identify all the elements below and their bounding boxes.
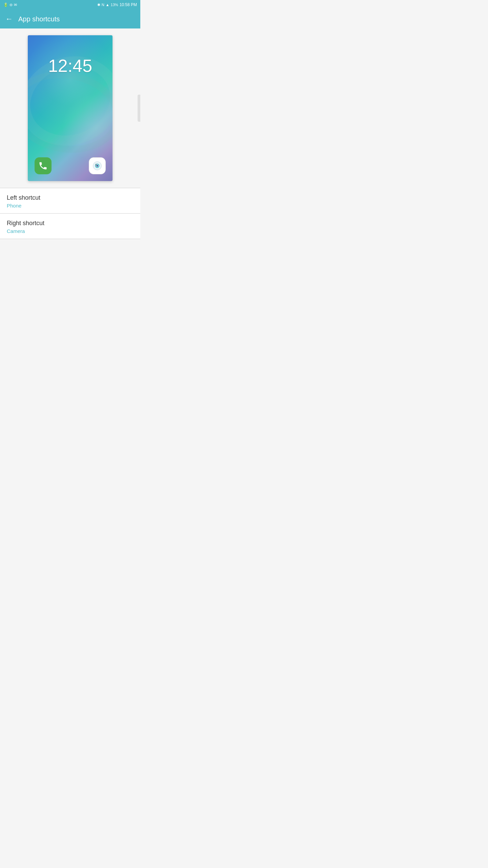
camera-icon [92, 161, 102, 171]
scroll-indicator [138, 95, 140, 122]
left-shortcut-label: Left shortcut [7, 194, 134, 201]
phone-icon [38, 161, 48, 171]
do-not-disturb-icon: ⊖ [9, 3, 13, 7]
camera-shortcut-icon[interactable] [89, 157, 106, 174]
right-shortcut-value: Camera [7, 228, 134, 234]
wifi-icon: ▲ [106, 3, 109, 7]
battery-percentage: 13% [111, 3, 118, 7]
right-shortcut-label: Right shortcut [7, 220, 134, 227]
nfc-icon: N [102, 3, 104, 7]
preview-container: 12:45 [0, 28, 140, 188]
back-button[interactable]: ← [5, 15, 13, 23]
svg-point-2 [97, 165, 98, 167]
status-bar-left-icons: 🔋 ⊖ ✉ [3, 3, 17, 7]
status-bar-right-icons: ✱ N ▲ 13% 10:58 PM [97, 2, 137, 7]
left-shortcut-item[interactable]: Left shortcut Phone [0, 188, 140, 213]
page-title: App shortcuts [18, 15, 60, 23]
bluetooth-icon: ✱ [97, 3, 100, 7]
email-icon: ✉ [14, 3, 17, 7]
phone-shortcut-icon[interactable] [35, 157, 52, 174]
phone-preview: 12:45 [28, 35, 113, 181]
status-bar: 🔋 ⊖ ✉ ✱ N ▲ 13% 10:58 PM [0, 0, 140, 9]
battery-low-icon: 🔋 [3, 3, 8, 7]
right-shortcut-item[interactable]: Right shortcut Camera [0, 214, 140, 239]
status-time: 10:58 PM [120, 2, 137, 7]
lock-screen-time: 12:45 [48, 56, 92, 76]
bottom-divider [0, 239, 140, 239]
phone-screen: 12:45 [28, 35, 113, 181]
app-bar: ← App shortcuts [0, 9, 140, 28]
lock-screen-shortcuts [28, 157, 113, 174]
left-shortcut-value: Phone [7, 203, 134, 209]
settings-list: Left shortcut Phone Right shortcut Camer… [0, 188, 140, 239]
